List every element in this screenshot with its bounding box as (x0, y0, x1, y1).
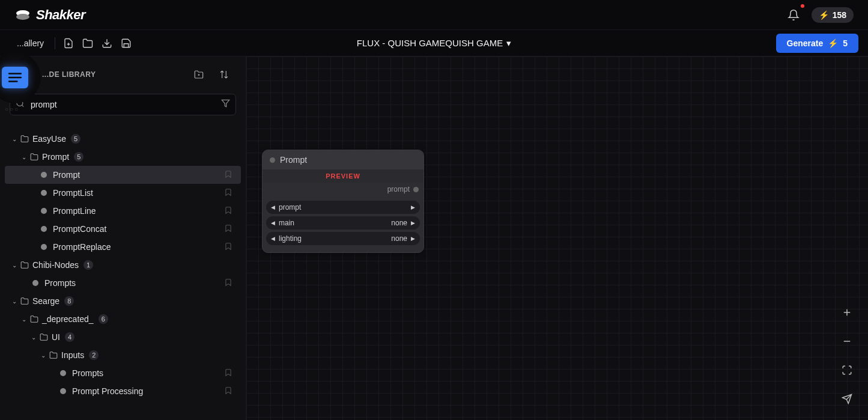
app-header: Shakker ⚡ 158 (0, 0, 868, 30)
bookmark-icon[interactable] (224, 242, 232, 252)
canvas-controls (837, 302, 857, 409)
drag-dots-icon: ○○○ (5, 106, 19, 112)
tree-folder-chibi[interactable]: ⌄ Chibi-Nodes 1 (5, 256, 241, 274)
download-button[interactable] (97, 34, 117, 53)
svg-line-11 (22, 105, 23, 107)
brand-logo[interactable]: Shakker (14, 7, 85, 23)
brand-name: Shakker (36, 7, 85, 23)
library-icon (2, 67, 28, 88)
output-dot-icon (413, 187, 419, 192)
node-library-panel: ...DE LIBRARY ⌄ (0, 56, 246, 420)
node-dot-icon (32, 280, 38, 286)
bookmark-icon[interactable] (224, 368, 232, 379)
triangle-left-icon: ◀ (271, 204, 275, 210)
node-dot-icon (41, 190, 47, 196)
caret-down-icon: ▾ (506, 38, 511, 49)
generate-cost: 5 (843, 38, 848, 48)
folder-icon (20, 135, 29, 143)
node-dot-icon (41, 226, 47, 232)
tree-folder-ui[interactable]: ⌄ UI 4 (5, 328, 241, 346)
node-dot-icon (60, 370, 66, 376)
filter-button[interactable] (221, 99, 230, 111)
chevron-down-icon: ⌄ (38, 352, 48, 359)
tree-item-prompt[interactable]: Prompt (5, 166, 241, 184)
node-dot-icon (60, 388, 66, 394)
node-output-port[interactable]: prompt (263, 183, 423, 197)
generate-button[interactable]: Generate ⚡ 5 (776, 34, 859, 53)
node-param-main[interactable]: ◀main none▶ (266, 216, 420, 230)
node-param-prompt[interactable]: ◀prompt ▶ (266, 201, 420, 214)
tree-item-prompt-processing[interactable]: Prompt Processing (5, 382, 241, 400)
tree-item-promptline[interactable]: PromptLine (5, 202, 241, 220)
tree-folder-prompt[interactable]: ⌄ Prompt 5 (5, 148, 241, 166)
search-input[interactable] (10, 94, 236, 115)
locate-button[interactable] (837, 389, 857, 409)
credits-pill[interactable]: ⚡ 158 (812, 7, 854, 23)
generate-label: Generate (787, 38, 824, 48)
notification-dot-icon (801, 4, 804, 8)
credits-value: 158 (833, 10, 846, 20)
new-file-button[interactable] (59, 34, 78, 53)
chevron-down-icon: ⌄ (10, 298, 19, 305)
tree-item-inputs-prompts[interactable]: Prompts (5, 364, 241, 382)
project-title: FLUX - QUISH GAMEQUISH GAME (357, 38, 503, 48)
zoom-out-button[interactable] (837, 331, 857, 352)
node-dot-icon (41, 244, 47, 250)
chevron-down-icon: ⌄ (10, 136, 19, 142)
node-canvas[interactable]: Prompt PREVIEW prompt ◀prompt ▶ ◀main no… (246, 56, 868, 420)
node-prompt[interactable]: Prompt PREVIEW prompt ◀prompt ▶ ◀main no… (262, 150, 424, 253)
toolbar: ...allery FLUX - QUISH GAMEQUISH GAME ▾ … (0, 30, 868, 56)
tree-folder-inputs[interactable]: ⌄ Inputs 2 (5, 346, 241, 364)
tree-item-promptconcat[interactable]: PromptConcat (5, 220, 241, 238)
node-tree: ⌄ EasyUse 5 ⌄ Prompt 5 Prompt PromptList (0, 119, 246, 420)
bookmark-icon[interactable] (224, 206, 232, 216)
separator (55, 37, 55, 49)
sort-button[interactable] (214, 65, 234, 84)
save-button[interactable] (117, 34, 136, 53)
project-title-dropdown[interactable]: FLUX - QUISH GAMEQUISH GAME ▾ (357, 38, 511, 49)
logo-icon (14, 8, 31, 22)
triangle-right-icon: ▶ (411, 204, 415, 210)
panel-title: ...DE LIBRARY (42, 70, 96, 79)
folder-icon (30, 315, 38, 323)
folder-icon (40, 333, 48, 341)
tree-item-promptlist[interactable]: PromptList (5, 184, 241, 202)
node-status-dot-icon (270, 157, 275, 163)
fullscreen-button[interactable] (837, 360, 857, 380)
folder-icon (20, 261, 29, 269)
chevron-down-icon: ⌄ (19, 316, 29, 323)
svg-point-4 (16, 14, 29, 20)
triangle-right-icon: ▶ (411, 236, 415, 242)
bookmark-icon[interactable] (224, 386, 232, 397)
node-dot-icon (41, 208, 47, 214)
bookmark-icon[interactable] (224, 188, 232, 198)
tree-folder-deprecated[interactable]: ⌄ _deprecated_ 6 (5, 310, 241, 328)
tree-folder-searge[interactable]: ⌄ Searge 8 (5, 292, 241, 310)
tree-item-chibi-prompts[interactable]: Prompts (5, 274, 241, 292)
tree-folder-easyuse[interactable]: ⌄ EasyUse 5 (5, 130, 241, 148)
folder-icon (30, 153, 38, 161)
node-title: Prompt (280, 155, 307, 165)
bookmark-icon[interactable] (224, 170, 232, 180)
chevron-down-icon: ⌄ (10, 262, 19, 269)
bolt-icon: ⚡ (828, 38, 838, 48)
bookmark-icon[interactable] (224, 224, 232, 234)
new-folder-button[interactable] (189, 65, 208, 84)
folder-icon (20, 297, 29, 305)
svg-marker-12 (222, 100, 229, 106)
chevron-down-icon: ⌄ (19, 154, 29, 160)
tree-item-promptreplace[interactable]: PromptReplace (5, 238, 241, 256)
bookmark-icon[interactable] (224, 278, 232, 288)
folder-icon (49, 351, 58, 359)
notifications-button[interactable] (784, 5, 803, 25)
triangle-right-icon: ▶ (411, 220, 415, 226)
node-param-lighting[interactable]: ◀lighting none▶ (266, 232, 420, 245)
gallery-link[interactable]: ...allery (10, 38, 51, 48)
bolt-icon: ⚡ (819, 10, 829, 20)
node-preview-label: PREVIEW (263, 169, 423, 183)
triangle-left-icon: ◀ (271, 220, 275, 226)
node-header[interactable]: Prompt (263, 150, 423, 169)
triangle-left-icon: ◀ (271, 236, 275, 242)
open-folder-button[interactable] (78, 34, 97, 53)
zoom-in-button[interactable] (837, 302, 857, 323)
